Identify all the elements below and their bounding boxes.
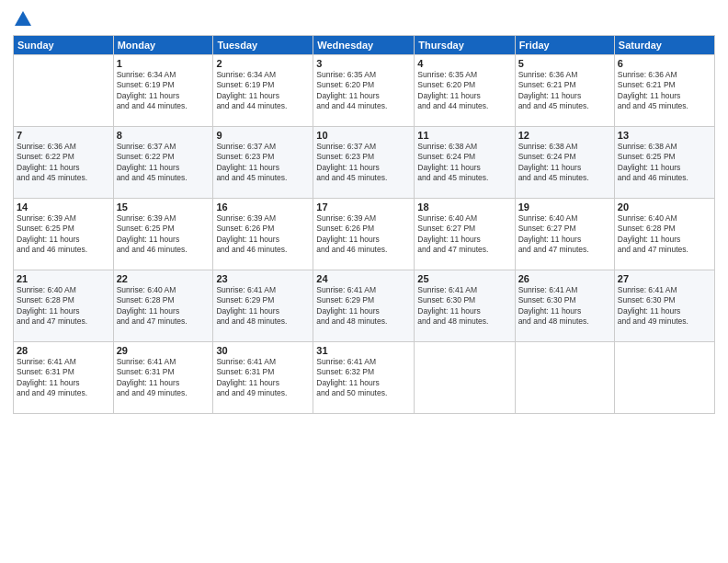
daylight-text-line1: Daylight: 11 hours [316, 163, 380, 172]
calendar-cell: 18Sunrise: 6:40 AMSunset: 6:27 PMDayligh… [415, 199, 515, 270]
sunset-text: Sunset: 6:30 PM [618, 295, 676, 304]
sunrise-text: Sunrise: 6:34 AM [216, 70, 276, 79]
day-number: 23 [216, 273, 310, 284]
sunrise-text: Sunrise: 6:41 AM [618, 285, 677, 294]
day-number: 30 [216, 345, 310, 356]
sunset-text: Sunset: 6:31 PM [216, 367, 274, 376]
day-number: 2 [216, 58, 310, 69]
day-info: Sunrise: 6:35 AMSunset: 6:20 PMDaylight:… [316, 70, 411, 112]
sunset-text: Sunset: 6:20 PM [316, 80, 374, 89]
daylight-text-line2: and and 45 minutes. [17, 173, 87, 182]
sunrise-text: Sunrise: 6:41 AM [417, 285, 477, 294]
daylight-text-line1: Daylight: 11 hours [117, 235, 180, 244]
daylight-text-line2: and and 48 minutes. [518, 316, 589, 326]
daylight-text-line2: and and 47 minutes. [618, 245, 688, 254]
day-info: Sunrise: 6:41 AMSunset: 6:31 PMDaylight:… [17, 357, 110, 399]
day-info: Sunrise: 6:36 AMSunset: 6:21 PMDaylight:… [618, 70, 711, 112]
day-info: Sunrise: 6:34 AMSunset: 6:19 PMDaylight:… [216, 70, 310, 112]
day-number: 22 [117, 273, 210, 284]
day-info: Sunrise: 6:38 AMSunset: 6:24 PMDaylight:… [518, 142, 611, 184]
daylight-text-line1: Daylight: 11 hours [316, 306, 380, 316]
daylight-text-line2: and and 46 minutes. [216, 245, 287, 254]
sunset-text: Sunset: 6:25 PM [618, 152, 676, 161]
day-info: Sunrise: 6:40 AMSunset: 6:27 PMDaylight:… [417, 213, 511, 256]
sunset-text: Sunset: 6:22 PM [17, 152, 74, 161]
day-number: 11 [417, 130, 511, 141]
sunrise-text: Sunrise: 6:41 AM [117, 357, 176, 366]
sunset-text: Sunset: 6:24 PM [518, 152, 576, 161]
sunrise-text: Sunrise: 6:37 AM [216, 142, 276, 151]
sunrise-text: Sunrise: 6:38 AM [618, 142, 677, 151]
sunset-text: Sunset: 6:25 PM [117, 224, 175, 233]
daylight-text-line1: Daylight: 11 hours [117, 163, 180, 172]
daylight-text-line2: and and 47 minutes. [17, 316, 87, 326]
daylight-text-line2: and and 45 minutes. [417, 173, 488, 182]
sunset-text: Sunset: 6:31 PM [17, 367, 74, 376]
daylight-text-line1: Daylight: 11 hours [17, 163, 80, 172]
day-number: 3 [316, 58, 411, 69]
calendar-cell: 15Sunrise: 6:39 AMSunset: 6:25 PMDayligh… [113, 199, 213, 270]
daylight-text-line2: and and 45 minutes. [117, 173, 188, 182]
sunset-text: Sunset: 6:23 PM [316, 152, 374, 161]
calendar-cell: 14Sunrise: 6:39 AMSunset: 6:25 PMDayligh… [14, 199, 114, 270]
weekday-header: Monday [113, 36, 213, 55]
calendar-cell: 22Sunrise: 6:40 AMSunset: 6:28 PMDayligh… [113, 270, 213, 342]
calendar-week-row: 1Sunrise: 6:34 AMSunset: 6:19 PMDaylight… [14, 55, 715, 127]
day-number: 4 [417, 58, 511, 69]
calendar-cell: 16Sunrise: 6:39 AMSunset: 6:26 PMDayligh… [213, 199, 313, 270]
sunrise-text: Sunrise: 6:36 AM [518, 70, 578, 79]
day-info: Sunrise: 6:41 AMSunset: 6:29 PMDaylight:… [216, 285, 310, 327]
sunrise-text: Sunrise: 6:35 AM [316, 70, 376, 79]
daylight-text-line2: and and 46 minutes. [618, 173, 688, 182]
day-number: 31 [316, 345, 411, 356]
calendar-cell: 31Sunrise: 6:41 AMSunset: 6:32 PMDayligh… [313, 342, 415, 414]
day-number: 1 [117, 58, 210, 69]
calendar-cell [415, 342, 515, 414]
sunrise-text: Sunrise: 6:37 AM [117, 142, 176, 151]
daylight-text-line2: and and 49 minutes. [17, 388, 87, 397]
svg-rect-1 [20, 20, 26, 26]
calendar-week-row: 7Sunrise: 6:36 AMSunset: 6:22 PMDaylight… [14, 127, 715, 199]
daylight-text-line1: Daylight: 11 hours [17, 235, 80, 244]
daylight-text-line2: and and 47 minutes. [117, 316, 188, 326]
weekday-header-row: SundayMondayTuesdayWednesdayThursdayFrid… [14, 36, 715, 55]
sunset-text: Sunset: 6:28 PM [117, 295, 175, 304]
daylight-text-line1: Daylight: 11 hours [17, 306, 80, 316]
day-number: 12 [518, 130, 611, 141]
calendar-cell: 24Sunrise: 6:41 AMSunset: 6:29 PMDayligh… [313, 270, 415, 342]
daylight-text-line2: and and 44 minutes. [417, 101, 488, 110]
sunset-text: Sunset: 6:27 PM [518, 224, 576, 233]
daylight-text-line2: and and 46 minutes. [316, 245, 387, 254]
calendar-cell: 2Sunrise: 6:34 AMSunset: 6:19 PMDaylight… [213, 55, 313, 127]
calendar-cell: 21Sunrise: 6:40 AMSunset: 6:28 PMDayligh… [14, 270, 114, 342]
daylight-text-line2: and and 46 minutes. [117, 245, 188, 254]
day-info: Sunrise: 6:39 AMSunset: 6:25 PMDaylight:… [117, 213, 210, 256]
sunrise-text: Sunrise: 6:38 AM [417, 142, 477, 151]
sunset-text: Sunset: 6:29 PM [216, 295, 274, 304]
day-number: 21 [17, 273, 110, 284]
day-number: 29 [117, 345, 210, 356]
daylight-text-line1: Daylight: 11 hours [417, 91, 481, 100]
day-number: 13 [618, 130, 711, 141]
sunrise-text: Sunrise: 6:40 AM [17, 285, 76, 294]
calendar-week-row: 21Sunrise: 6:40 AMSunset: 6:28 PMDayligh… [14, 270, 715, 342]
sunset-text: Sunset: 6:28 PM [618, 224, 676, 233]
sunrise-text: Sunrise: 6:36 AM [618, 70, 677, 79]
daylight-text-line2: and and 48 minutes. [417, 316, 488, 326]
day-number: 10 [316, 130, 411, 141]
sunset-text: Sunset: 6:20 PM [417, 80, 475, 89]
calendar-cell: 1Sunrise: 6:34 AMSunset: 6:19 PMDaylight… [113, 55, 213, 127]
daylight-text-line1: Daylight: 11 hours [417, 235, 481, 244]
day-number: 9 [216, 130, 310, 141]
day-info: Sunrise: 6:38 AMSunset: 6:25 PMDaylight:… [618, 142, 711, 184]
calendar-cell: 10Sunrise: 6:37 AMSunset: 6:23 PMDayligh… [313, 127, 415, 199]
day-info: Sunrise: 6:36 AMSunset: 6:22 PMDaylight:… [17, 142, 110, 184]
day-info: Sunrise: 6:35 AMSunset: 6:20 PMDaylight:… [417, 70, 511, 112]
day-number: 28 [17, 345, 110, 356]
daylight-text-line1: Daylight: 11 hours [216, 163, 279, 172]
sunset-text: Sunset: 6:22 PM [117, 152, 175, 161]
day-number: 20 [618, 201, 711, 213]
calendar-cell: 11Sunrise: 6:38 AMSunset: 6:24 PMDayligh… [415, 127, 515, 199]
day-info: Sunrise: 6:37 AMSunset: 6:23 PMDaylight:… [316, 142, 411, 184]
calendar-container: SundayMondayTuesdayWednesdayThursdayFrid… [0, 0, 728, 563]
